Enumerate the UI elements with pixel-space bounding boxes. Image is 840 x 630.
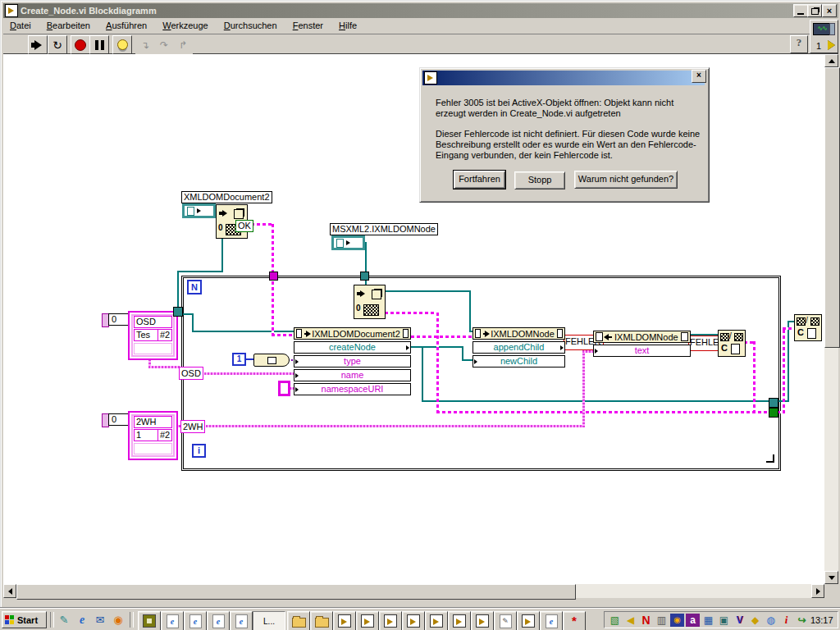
method-row-appendchild[interactable]: appendChild [472,341,565,354]
dialog-titlebar[interactable] [422,71,705,85]
run-button[interactable] [28,35,48,54]
tray-scanner-icon[interactable] [608,614,622,627]
loop-iteration-terminal[interactable]: i [192,444,206,458]
task-button-1[interactable] [138,611,161,630]
quicklaunch-media-player[interactable]: ◉ [110,612,126,628]
param-row-newchild[interactable]: newChild [472,355,565,368]
task-button-folder-2[interactable] [310,611,333,630]
task-button-vi-8[interactable] [517,611,540,630]
param-row-name[interactable]: name [294,369,411,381]
minimize-button[interactable] [793,4,808,17]
task-button-vi-3[interactable] [379,611,402,630]
step-out-button[interactable]: ↱ [173,35,193,54]
property-row-text[interactable]: text [593,345,691,357]
tray-volume-icon[interactable] [623,614,637,627]
invoke-node-ixmldomnode[interactable]: IXMLDOMNode appendChild newChild [472,327,565,368]
quicklaunch-internet-explorer[interactable]: e [74,612,90,628]
empty-string-constant[interactable] [278,381,290,396]
tunnel-refnum-top[interactable] [360,272,369,281]
tray-netware-icon[interactable] [639,614,653,627]
menu-item-fenster[interactable]: Fenster [286,18,330,32]
task-button-folder-1[interactable] [287,611,310,630]
menu-item-bearbeiten[interactable]: Bearbeiten [40,18,97,32]
refnum-label-msxml2-ixmldomnode[interactable]: MSXML2.IXMLDOMNode [330,223,438,235]
task-button-app-star[interactable]: * [563,611,586,630]
tunnel-2wh[interactable]: 2WH [180,420,205,433]
run-continuously-button[interactable]: ↻ [48,35,67,54]
restore-button[interactable] [807,4,822,17]
array2-element-2b[interactable]: #2 [158,429,172,441]
numeric-constant-1[interactable]: 1 [232,353,246,366]
loop-resize-handle[interactable] [766,454,774,463]
array1-element-2b[interactable]: #2 [158,329,172,341]
task-button-document[interactable]: ✎ [494,611,517,630]
task-button-vi-7[interactable] [471,611,494,630]
error-wire-label-2[interactable]: FEHLER [688,336,721,351]
scroll-up-button[interactable] [824,54,838,67]
tray-purple-app-icon[interactable] [686,614,700,627]
task-button-ie-1[interactable]: e [161,611,184,630]
array1-element-1[interactable]: OSD [134,316,172,328]
to-variant-node[interactable] [253,354,290,367]
menu-item-datei[interactable]: Datei [3,18,38,32]
task-button-labview-active[interactable]: L... [253,611,285,630]
array1-element-2a[interactable]: Tes [134,329,159,341]
context-help-button[interactable]: ? [790,35,808,53]
ok-wire-label[interactable]: OK [235,220,253,232]
horizontal-scroll-thumb[interactable] [16,584,576,600]
invoke-node-ixmldomdocument2[interactable]: IXMLDOMDocument2 createNode type name na… [294,327,411,395]
tray-radio-icon[interactable] [670,614,684,627]
scroll-left-button[interactable] [3,584,16,598]
continue-button[interactable]: Fortfahren [454,171,505,189]
tunnel-error-right[interactable] [769,408,778,418]
tray-computer-icon[interactable] [717,614,731,627]
menu-item-werkzeuge[interactable]: Werkzeuge [156,18,214,32]
tray-info-icon[interactable] [779,614,793,627]
menu-item-durchsuchen[interactable]: Durchsuchen [217,18,284,32]
array2-element-1[interactable]: 2WH [134,416,172,428]
abort-button[interactable] [71,35,90,54]
automation-open-node-2[interactable]: 0 [354,285,386,319]
step-into-button[interactable]: ↴ [135,35,155,54]
stop-button[interactable]: Stopp [514,171,565,189]
vertical-scroll-thumb[interactable] [824,67,840,348]
scroll-down-button[interactable] [824,571,838,584]
quicklaunch-outlook-express[interactable]: ✉ [92,612,108,628]
tray-monitor-graph-icon[interactable] [655,614,669,627]
loop-count-terminal[interactable]: N [187,280,202,294]
step-over-button[interactable]: ↷ [154,35,174,54]
start-button[interactable]: Start [2,611,47,628]
tunnel-refnum-right[interactable] [769,398,778,408]
method-row-createnode[interactable]: createNode [294,341,411,354]
property-node-ixmldomnode[interactable]: IXMLDOMNode text [593,331,691,357]
menu-item-hilfe[interactable]: Hilfe [332,18,363,32]
automation-refnum-msxml2[interactable] [331,235,365,250]
param-row-namespaceuri[interactable]: namespaceURI [294,383,411,395]
pause-button[interactable] [89,35,109,54]
array2-index[interactable]: 0 [108,413,130,426]
dialog-close-button[interactable]: × [692,70,706,83]
tray-diamond-icon[interactable] [748,614,762,627]
task-button-vi-4[interactable] [402,611,425,630]
tray-display-icon[interactable] [701,614,715,627]
window-titlebar[interactable]: Create_Node.vi Blockdiagramm [3,3,838,18]
close-button[interactable]: × [822,4,837,17]
why-not-found-button[interactable]: Warum nicht gefunden? [574,171,678,189]
task-button-ie-4[interactable]: e [230,611,253,630]
automation-refnum-xmldomdocument2[interactable] [182,203,216,218]
param-row-type[interactable]: type [294,355,411,368]
tunnel-osd[interactable]: OSD [179,367,203,380]
tray-network-globe-icon[interactable] [764,614,778,627]
task-button-ie-3[interactable]: e [207,611,230,630]
vi-icon[interactable]: ∿∿ 1 [810,20,838,53]
scroll-right-button[interactable] [811,584,824,598]
quicklaunch-notes[interactable]: ✎ [56,612,72,628]
task-button-ie-5[interactable]: e [540,611,563,630]
tunnel-refnum-left[interactable] [173,307,183,317]
tray-logoff-icon[interactable] [795,614,809,627]
taskbar-clock[interactable]: 13:17 [810,615,833,625]
refnum-label-xmldomdocument2[interactable]: XMLDOMDocument2 [181,191,272,203]
highlight-execution-button[interactable] [112,35,132,54]
task-button-vi-6[interactable] [448,611,471,630]
task-button-vi-2[interactable] [356,611,379,630]
